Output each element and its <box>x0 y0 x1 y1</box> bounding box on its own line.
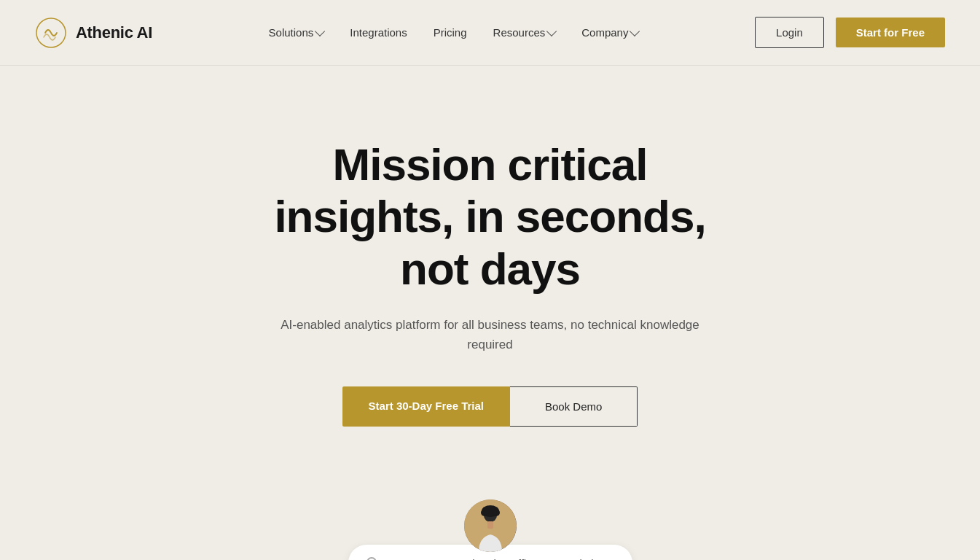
hero-title: Mission critical insights, in seconds, n… <box>243 139 738 295</box>
trial-button[interactable]: Start 30-Day Free Trial <box>342 386 510 427</box>
demo-section: Have we seen a drop in traffic to our we… <box>0 499 980 560</box>
svg-rect-6 <box>487 521 493 529</box>
search-icon <box>366 556 379 560</box>
nav-item-pricing[interactable]: Pricing <box>434 26 467 39</box>
navbar: Athenic AI Solutions Integrations Pricin… <box>0 0 980 66</box>
nav-item-resources[interactable]: Resources <box>493 26 556 39</box>
svg-point-4 <box>481 509 488 516</box>
nav-links: Solutions Integrations Pricing Resources… <box>269 26 639 39</box>
nav-solutions-label: Solutions <box>269 26 314 39</box>
brand-logo[interactable]: Athenic AI <box>35 17 152 49</box>
logo-icon <box>35 17 67 49</box>
brand-name: Athenic AI <box>76 23 152 42</box>
solutions-chevron-icon <box>315 26 325 36</box>
demo-button[interactable]: Book Demo <box>510 386 638 427</box>
avatar-illustration <box>464 499 517 552</box>
nav-item-company[interactable]: Company <box>581 26 638 39</box>
nav-resources-label: Resources <box>493 26 546 39</box>
start-for-free-button[interactable]: Start for Free <box>836 18 945 47</box>
company-chevron-icon <box>630 26 640 36</box>
avatar <box>464 499 517 552</box>
search-query-text: Have we seen a drop in traffic to our we… <box>388 557 609 560</box>
nav-pricing-label: Pricing <box>434 26 467 39</box>
nav-company-label: Company <box>581 26 628 39</box>
nav-item-integrations[interactable]: Integrations <box>350 26 407 39</box>
hero-buttons: Start 30-Day Free Trial Book Demo <box>342 386 638 427</box>
svg-point-5 <box>493 509 500 516</box>
hero-subtitle: AI-enabled analytics platform for all bu… <box>279 315 702 354</box>
hero-section: Mission critical insights, in seconds, n… <box>0 66 980 560</box>
nav-integrations-label: Integrations <box>350 26 407 39</box>
nav-actions: Login Start for Free <box>755 17 945 48</box>
login-button[interactable]: Login <box>755 17 824 48</box>
resources-chevron-icon <box>546 26 557 36</box>
nav-item-solutions[interactable]: Solutions <box>269 26 324 39</box>
